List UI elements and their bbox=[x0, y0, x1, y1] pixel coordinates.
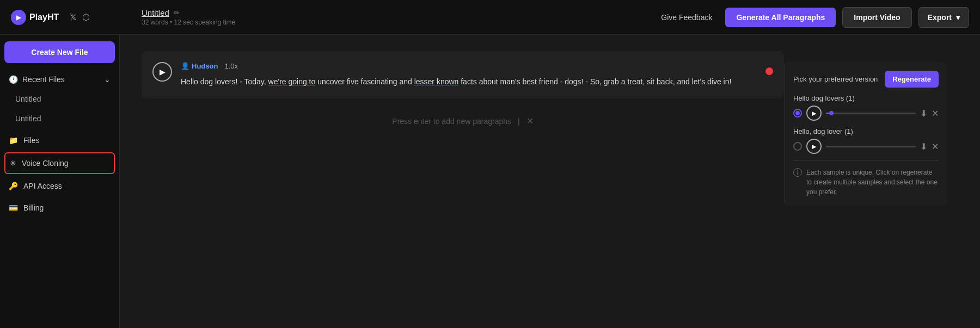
version-info: i Each sample is unique. Click on regene… bbox=[793, 168, 939, 197]
sidebar-item-billing[interactable]: 💳 Billing bbox=[4, 198, 115, 218]
feedback-button[interactable]: Give Feedback bbox=[654, 9, 719, 26]
import-video-button[interactable]: Import Video bbox=[842, 7, 911, 28]
files-label: Files bbox=[23, 136, 40, 145]
file-meta: 32 words • 12 sec speaking time bbox=[142, 18, 654, 26]
folder-icon: 📁 bbox=[9, 136, 18, 145]
header-center: Untitled ✏ 32 words • 12 sec speaking ti… bbox=[131, 8, 654, 26]
close-paragraph-icon[interactable]: ✕ bbox=[526, 116, 534, 126]
version-controls-0: ▶ ⬇ ✕ bbox=[793, 106, 939, 121]
close-icon-0[interactable]: ✕ bbox=[932, 108, 939, 119]
download-icon-0[interactable]: ⬇ bbox=[920, 108, 927, 119]
file-title-row: Untitled ✏ bbox=[142, 8, 654, 17]
chevron-down-icon: ⌄ bbox=[104, 75, 111, 84]
recent-file-name-1: Untitled bbox=[15, 114, 41, 123]
export-label: Export bbox=[928, 13, 952, 22]
version-panel-title: Pick your preferred version bbox=[793, 75, 878, 83]
api-label: API Access bbox=[23, 182, 62, 190]
version-item-1: Hello, dog lover (1) ▶ ⬇ ✕ bbox=[793, 127, 939, 154]
version-label-0: Hello dog lovers (1) bbox=[793, 94, 939, 102]
separator: | bbox=[518, 117, 520, 126]
version-panel-header: Pick your preferred version Regenerate bbox=[793, 71, 939, 88]
underline-text-1: we're going to bbox=[268, 77, 316, 86]
twitter-icon[interactable]: 𝕏 bbox=[70, 12, 77, 22]
social-icons: 𝕏 ⬡ bbox=[70, 12, 90, 22]
version-radio-1[interactable] bbox=[793, 142, 802, 151]
stop-button[interactable] bbox=[765, 67, 773, 75]
logo-icon: ▶ bbox=[11, 10, 26, 25]
version-progress-dot-0 bbox=[829, 111, 834, 115]
recent-file-name-0: Untitled bbox=[15, 95, 41, 103]
paragraph-meta: 👤 Hudson 1.0x bbox=[181, 62, 757, 70]
recent-files-left: 🕐 Recent Files bbox=[9, 75, 65, 84]
version-info-text: Each sample is unique. Click on regenera… bbox=[806, 168, 939, 197]
create-new-file-button[interactable]: Create New File bbox=[4, 41, 115, 63]
user-icon: 👤 bbox=[181, 62, 189, 70]
generate-button[interactable]: Generate All Paragraphs bbox=[725, 8, 836, 27]
download-icon-1[interactable]: ⬇ bbox=[920, 141, 927, 152]
speed-badge: 1.0x bbox=[224, 62, 238, 70]
body: Create New File 🕐 Recent Files ⌄ Untitle… bbox=[0, 35, 980, 328]
regenerate-button[interactable]: Regenerate bbox=[885, 71, 939, 88]
logo: ▶ PlayHT bbox=[11, 10, 59, 25]
chevron-down-icon: ▾ bbox=[956, 13, 960, 22]
sidebar-item-voice-cloning[interactable]: ✳ Voice Cloning bbox=[4, 152, 115, 174]
version-radio-0[interactable] bbox=[793, 109, 802, 117]
file-title: Untitled bbox=[142, 8, 169, 17]
voice-name-text: Hudson bbox=[192, 62, 218, 70]
voice-cloning-icon: ✳ bbox=[10, 159, 16, 168]
recent-files-header[interactable]: 🕐 Recent Files ⌄ bbox=[4, 70, 115, 89]
add-paragraph-row[interactable]: Press enter to add new paragraphs | ✕ bbox=[142, 107, 784, 135]
recent-file-item-1[interactable]: Untitled bbox=[4, 109, 115, 128]
paragraph-content: 👤 Hudson 1.0x Hello dog lovers! - Today,… bbox=[181, 62, 757, 88]
version-progress-0[interactable] bbox=[826, 113, 916, 114]
logo-area: ▶ PlayHT 𝕏 ⬡ bbox=[11, 10, 131, 25]
header-right: Give Feedback Generate All Paragraphs Im… bbox=[654, 7, 969, 28]
version-play-button-0[interactable]: ▶ bbox=[806, 106, 822, 121]
version-label-1: Hello, dog lover (1) bbox=[793, 127, 939, 135]
header: ▶ PlayHT 𝕏 ⬡ Untitled ✏ 32 words • 12 se… bbox=[0, 0, 980, 35]
version-play-button-1[interactable]: ▶ bbox=[806, 139, 822, 154]
export-button[interactable]: Export ▾ bbox=[918, 7, 969, 28]
sidebar-item-files[interactable]: 📁 Files bbox=[4, 131, 115, 150]
sidebar: Create New File 🕐 Recent Files ⌄ Untitle… bbox=[0, 35, 120, 328]
billing-icon: 💳 bbox=[9, 203, 18, 212]
recent-file-item-0[interactable]: Untitled bbox=[4, 89, 115, 109]
version-panel: Pick your preferred version Regenerate H… bbox=[784, 62, 947, 206]
add-paragraph-hint: Press enter to add new paragraphs bbox=[392, 117, 511, 126]
main-content-area: ▶ 👤 Hudson 1.0x Hello dog lovers! - Toda… bbox=[142, 51, 958, 312]
underline-text-2: lesser known bbox=[414, 77, 459, 86]
clock-icon: 🕐 bbox=[9, 75, 18, 84]
edit-icon[interactable]: ✏ bbox=[174, 9, 180, 17]
recent-files-section: 🕐 Recent Files ⌄ Untitled Untitled bbox=[4, 70, 115, 128]
logo-text: PlayHT bbox=[29, 13, 59, 22]
sidebar-item-api[interactable]: 🔑 API Access bbox=[4, 176, 115, 196]
recent-files-label: Recent Files bbox=[22, 75, 65, 84]
discord-icon[interactable]: ⬡ bbox=[82, 12, 90, 22]
close-icon-1[interactable]: ✕ bbox=[932, 141, 939, 152]
version-divider bbox=[793, 160, 939, 161]
paragraph-block: ▶ 👤 Hudson 1.0x Hello dog lovers! - Toda… bbox=[142, 51, 784, 98]
version-item-0: Hello dog lovers (1) ▶ ⬇ ✕ bbox=[793, 94, 939, 121]
version-controls-1: ▶ ⬇ ✕ bbox=[793, 139, 939, 154]
version-progress-1[interactable] bbox=[826, 146, 916, 147]
billing-label: Billing bbox=[23, 203, 44, 212]
main: ▶ 👤 Hudson 1.0x Hello dog lovers! - Toda… bbox=[120, 35, 980, 328]
voice-cloning-label: Voice Cloning bbox=[22, 159, 69, 168]
play-button[interactable]: ▶ bbox=[152, 62, 172, 82]
info-icon: i bbox=[793, 168, 802, 177]
api-icon: 🔑 bbox=[9, 182, 18, 190]
voice-name[interactable]: 👤 Hudson bbox=[181, 62, 218, 70]
paragraph-text[interactable]: Hello dog lovers! - Today, we're going t… bbox=[181, 76, 757, 88]
editor-area: ▶ 👤 Hudson 1.0x Hello dog lovers! - Toda… bbox=[142, 51, 784, 312]
